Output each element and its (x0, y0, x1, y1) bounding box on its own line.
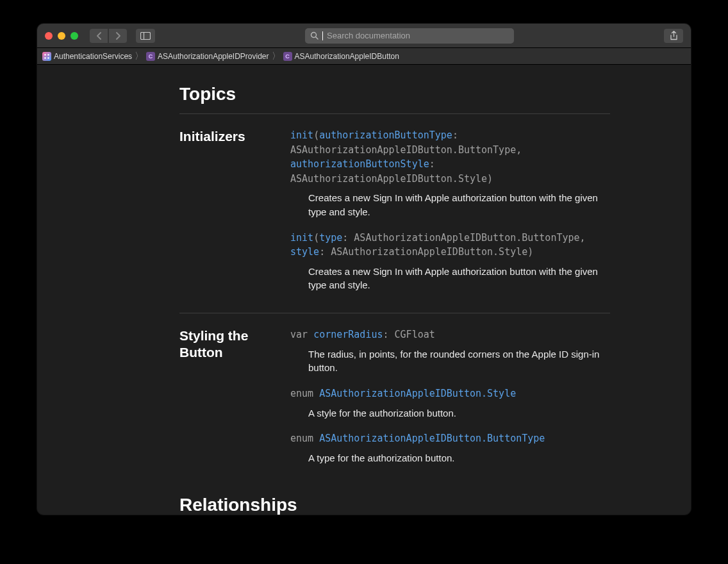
sidebar-icon (140, 32, 151, 40)
declaration[interactable]: enum ASAuthorizationAppleIDButton.Style (290, 386, 610, 401)
svg-point-4 (44, 54, 46, 56)
description: The radius, in points, for the rounded c… (308, 347, 610, 376)
section-styling: Styling the Button var cornerRadius: CGF… (179, 328, 610, 477)
svg-point-6 (44, 57, 46, 59)
description: Creates a new Sign In with Apple authori… (308, 265, 610, 293)
param-link[interactable]: style (290, 246, 319, 258)
declaration[interactable]: init(type: ASAuthorizationAppleIDButton.… (290, 231, 610, 260)
svg-point-7 (47, 57, 49, 59)
declaration[interactable]: var cornerRadius: CGFloat (290, 328, 610, 342)
breadcrumb-separator: 〉 (272, 51, 281, 62)
minimize-button[interactable] (58, 32, 65, 40)
content-area: Topics Initializers init(authorizationBu… (37, 65, 691, 515)
breadcrumb-separator: 〉 (135, 51, 144, 62)
search-input[interactable] (327, 31, 509, 40)
symbol-link[interactable]: ASAuthorizationAppleIDButton.ButtonType (319, 433, 545, 444)
section-initializers: Initializers init(authorizationButtonTyp… (179, 128, 610, 304)
svg-line-3 (316, 37, 318, 40)
close-button[interactable] (45, 32, 53, 40)
nav-group (90, 29, 127, 43)
titlebar (37, 24, 691, 48)
breadcrumb-item[interactable]: AuthenticationServices (54, 52, 132, 61)
breadcrumb-item[interactable]: ASAuthorizationAppleIDProvider (158, 52, 269, 61)
svg-rect-0 (141, 32, 151, 39)
documentation-window: AuthenticationServices 〉 C ASAuthorizati… (37, 24, 691, 515)
search-wrap (160, 28, 659, 44)
window-controls (45, 32, 78, 40)
declaration[interactable]: enum ASAuthorizationAppleIDButton.Button… (290, 431, 610, 446)
symbol-link[interactable]: init (290, 129, 313, 141)
forward-button[interactable] (109, 29, 127, 43)
param-link[interactable]: type (319, 232, 342, 244)
framework-icon (42, 52, 51, 61)
param-link[interactable]: authorizationButtonStyle (290, 158, 429, 170)
zoom-button[interactable] (70, 32, 78, 40)
class-icon: C (283, 52, 292, 61)
param-link[interactable]: authorizationButtonType (319, 129, 452, 141)
description: A type for the authorization button. (308, 451, 610, 465)
description: A style for the authorization button. (308, 406, 610, 420)
back-button[interactable] (90, 29, 108, 43)
symbol-link[interactable]: init (290, 232, 313, 244)
share-button[interactable] (664, 29, 683, 43)
symbol-link[interactable]: cornerRadius (313, 329, 383, 340)
declaration[interactable]: init(authorizationButtonType: ASAuthoriz… (290, 128, 610, 186)
search-icon (310, 31, 318, 40)
class-icon: C (146, 52, 155, 61)
breadcrumb-item[interactable]: ASAuthorizationAppleIDButton (295, 52, 399, 61)
divider (179, 113, 610, 114)
relationships-heading: Relationships (179, 495, 610, 515)
symbol-link[interactable]: ASAuthorizationAppleIDButton.Style (319, 388, 516, 399)
breadcrumb: AuthenticationServices 〉 C ASAuthorizati… (37, 48, 691, 65)
svg-point-5 (47, 54, 49, 56)
section-title: Styling the Button (179, 328, 290, 477)
divider (179, 313, 610, 313)
share-icon (670, 31, 678, 41)
search-field[interactable] (305, 28, 514, 44)
sidebar-toggle-button[interactable] (136, 29, 155, 43)
chevron-left-icon (96, 32, 102, 40)
chevron-right-icon (115, 32, 121, 40)
text-cursor (322, 31, 323, 40)
topics-heading: Topics (179, 84, 610, 104)
description: Creates a new Sign In with Apple authori… (308, 191, 610, 219)
section-title: Initializers (179, 128, 290, 304)
